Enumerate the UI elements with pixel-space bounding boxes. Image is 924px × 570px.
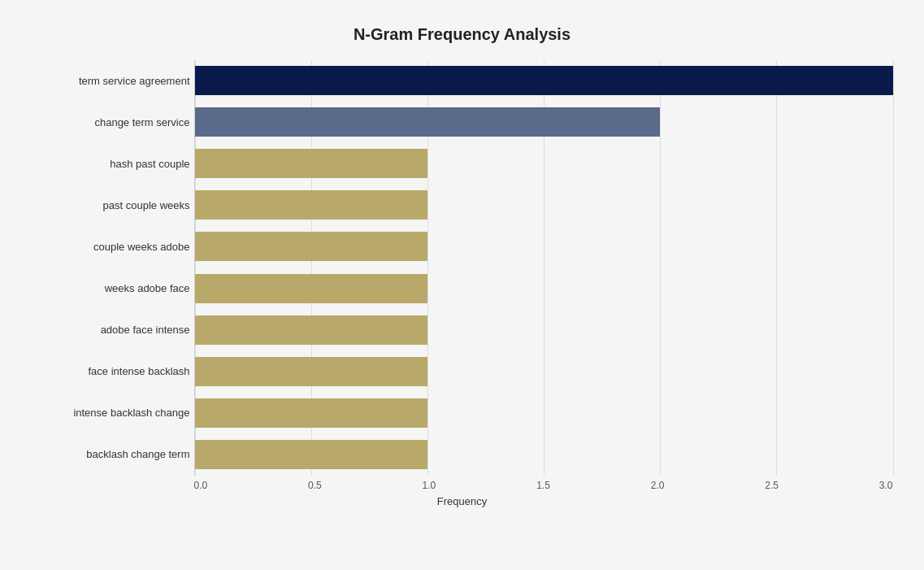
y-label: change term service (32, 102, 190, 142)
x-tick: 0.0 (194, 480, 208, 491)
bar-row (195, 434, 893, 475)
x-axis-label: Frequency (32, 495, 893, 507)
chart-area: term service agreementchange term servic… (32, 60, 893, 507)
bar-row (195, 310, 893, 350)
bar-row (195, 226, 893, 267)
bar-row (195, 143, 893, 184)
y-label: term service agreement (32, 60, 190, 101)
y-label: backlash change term (32, 434, 190, 475)
bar-row (195, 102, 893, 142)
x-tick: 1.5 (536, 480, 550, 491)
bar (195, 66, 893, 95)
bar-row (195, 351, 893, 392)
chart-title: N-Gram Frequency Analysis (32, 25, 893, 44)
y-label: past couple weeks (32, 185, 190, 225)
bar (195, 232, 427, 261)
bar (195, 440, 427, 469)
y-labels: term service agreementchange term servic… (32, 60, 194, 476)
y-label: hash past couple (32, 143, 190, 184)
y-label: face intense backlash (32, 351, 190, 392)
bar-row (195, 268, 893, 309)
bar-row (195, 185, 893, 225)
y-label: couple weeks adobe (32, 226, 190, 267)
bar (195, 398, 427, 428)
bar (195, 315, 427, 345)
bar (195, 107, 661, 137)
bars-area (194, 60, 893, 476)
x-tick: 3.0 (879, 480, 893, 491)
x-tick: 1.0 (423, 480, 436, 491)
y-label: intense backlash change (32, 393, 190, 433)
bar (195, 357, 427, 386)
x-ticks: 0.00.51.01.52.02.53.0 (194, 480, 893, 491)
x-tick: 2.0 (651, 480, 665, 491)
grid-line (893, 60, 894, 476)
x-axis-area: 0.00.51.01.52.02.53.0 (32, 480, 893, 491)
bar (195, 149, 427, 178)
bar (195, 190, 427, 220)
x-tick: 2.5 (765, 480, 779, 491)
bar-row (195, 393, 893, 433)
chart-container: N-Gram Frequency Analysis term service a… (15, 9, 909, 562)
y-label: adobe face intense (32, 310, 190, 350)
y-label: weeks adobe face (32, 268, 190, 309)
chart-inner: term service agreementchange term servic… (32, 60, 893, 476)
x-tick: 0.5 (308, 480, 322, 491)
bar (195, 274, 427, 303)
bar-row (195, 60, 893, 101)
